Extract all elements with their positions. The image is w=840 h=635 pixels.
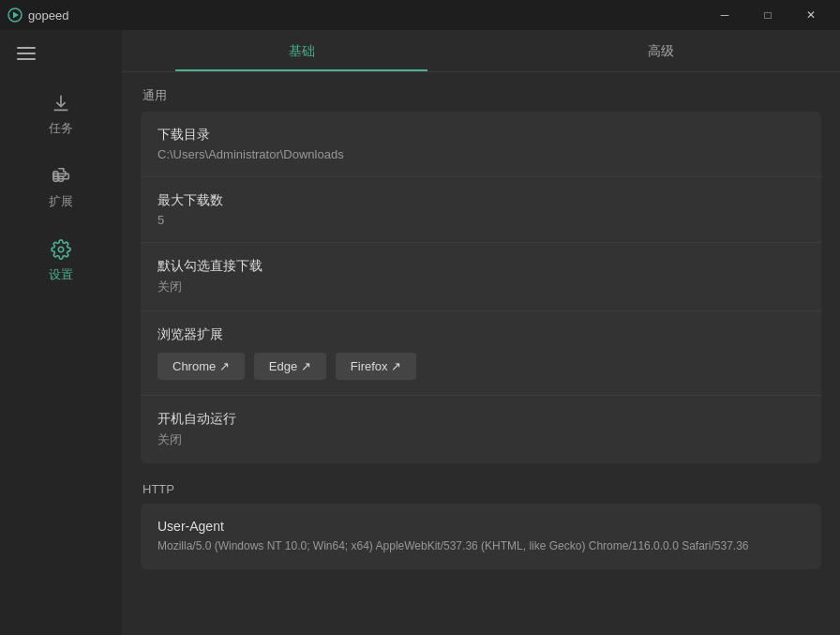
- download-dir-row: 下载目录 C:\Users\Administrator\Downloads: [141, 112, 821, 177]
- hamburger-button[interactable]: [0, 39, 122, 75]
- user-agent-row: User-Agent Mozilla/5.0 (Windows NT 10.0;…: [141, 504, 821, 569]
- auto-start-row: 开机自动运行 关闭: [141, 396, 821, 463]
- gopeed-logo-icon: [8, 8, 22, 23]
- browser-ext-row: 浏览器扩展 Chrome ↗ Edge ↗ Firefox ↗: [141, 311, 821, 396]
- default-direct-label: 默认勾选直接下载: [158, 258, 804, 275]
- gear-icon: [48, 236, 74, 263]
- firefox-button[interactable]: Firefox ↗: [336, 353, 416, 380]
- http-section: HTTP User-Agent Mozilla/5.0 (Windows NT …: [141, 482, 821, 569]
- tab-basic[interactable]: 基础: [122, 30, 481, 71]
- download-dir-value: C:\Users\Administrator\Downloads: [158, 147, 804, 161]
- close-button[interactable]: ✕: [789, 0, 832, 30]
- app-layout: 任务 扩展 设置 基础: [0, 30, 840, 635]
- max-downloads-value: 5: [158, 213, 804, 227]
- default-direct-value: 关闭: [158, 279, 804, 295]
- app-logo: gopeed: [8, 8, 68, 23]
- auto-start-label: 开机自动运行: [158, 411, 804, 428]
- sidebar-item-settings-label: 设置: [49, 266, 73, 283]
- browser-buttons: Chrome ↗ Edge ↗ Firefox ↗: [158, 353, 804, 380]
- sidebar-item-tasks[interactable]: 任务: [0, 79, 122, 148]
- auto-start-value: 关闭: [158, 431, 804, 448]
- sidebar-item-extensions[interactable]: 扩展: [0, 152, 122, 221]
- general-section-title: 通用: [141, 87, 821, 104]
- general-section: 通用 下载目录 C:\Users\Administrator\Downloads…: [141, 87, 821, 463]
- app-title: gopeed: [28, 8, 68, 23]
- sidebar-item-tasks-label: 任务: [49, 120, 73, 137]
- sidebar: 任务 扩展 设置: [0, 30, 122, 635]
- hamburger-icon: [17, 47, 36, 60]
- tabs: 基础 高级: [122, 30, 840, 72]
- maximize-button[interactable]: □: [746, 0, 789, 30]
- download-dir-label: 下载目录: [158, 127, 804, 144]
- general-section-card: 下载目录 C:\Users\Administrator\Downloads 最大…: [141, 112, 821, 463]
- user-agent-value: Mozilla/5.0 (Windows NT 10.0; Win64; x64…: [158, 537, 804, 554]
- sidebar-item-settings[interactable]: 设置: [0, 225, 122, 295]
- default-direct-row: 默认勾选直接下载 关闭: [141, 243, 821, 311]
- max-downloads-label: 最大下载数: [158, 192, 804, 209]
- tab-advanced[interactable]: 高级: [481, 30, 840, 71]
- puzzle-icon: [48, 163, 74, 189]
- titlebar: gopeed ─ □ ✕: [0, 0, 840, 30]
- max-downloads-row: 最大下载数 5: [141, 177, 821, 243]
- chrome-button[interactable]: Chrome ↗: [158, 353, 245, 380]
- minimize-button[interactable]: ─: [703, 0, 746, 30]
- window-controls: ─ □ ✕: [703, 0, 832, 30]
- browser-ext-label: 浏览器扩展: [158, 326, 804, 343]
- http-section-card: User-Agent Mozilla/5.0 (Windows NT 10.0;…: [141, 504, 821, 569]
- svg-marker-1: [13, 12, 19, 19]
- http-section-title: HTTP: [141, 482, 821, 496]
- settings-panel: 通用 下载目录 C:\Users\Administrator\Downloads…: [122, 72, 840, 635]
- download-icon: [48, 90, 74, 116]
- user-agent-label: User-Agent: [158, 519, 804, 534]
- svg-point-3: [58, 247, 64, 252]
- sidebar-item-extensions-label: 扩展: [49, 193, 73, 210]
- main-content: 基础 高级 通用 下载目录 C:\Users\Administrator\Dow…: [122, 30, 840, 635]
- edge-button[interactable]: Edge ↗: [254, 353, 326, 380]
